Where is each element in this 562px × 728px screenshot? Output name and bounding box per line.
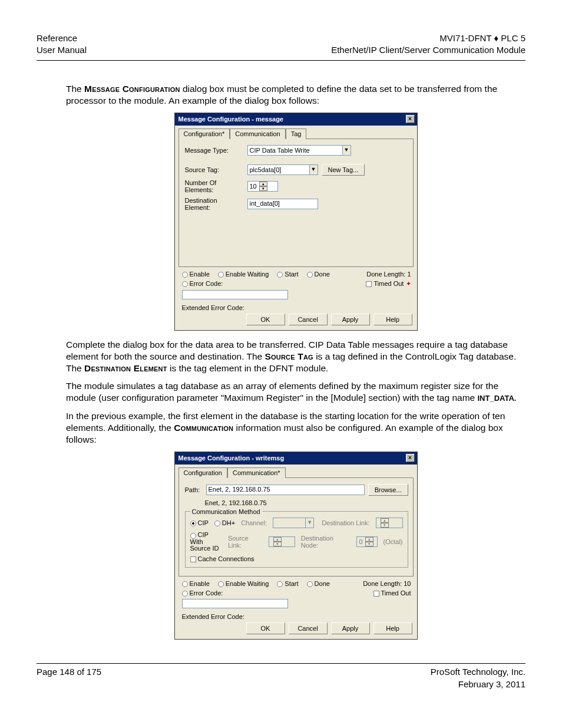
close-icon[interactable]: × (406, 115, 415, 123)
close-icon[interactable]: × (406, 454, 415, 462)
label-source-link: Source Link: (228, 535, 263, 549)
paragraph-2: Complete the dialog box for the data are… (66, 339, 525, 374)
help-button[interactable]: Help (373, 622, 412, 634)
label-destination-element: Destination Element: (185, 197, 244, 211)
checkbox-icon (190, 556, 196, 562)
cancel-button[interactable]: Cancel (289, 314, 328, 325)
page-footer: Page 148 of 175 ProSoft Technology, Inc.… (37, 663, 525, 690)
message-configuration-dialog-1: Message Configuration - message × Config… (174, 113, 418, 331)
dialog1-titlebar[interactable]: Message Configuration - message × (175, 113, 417, 126)
tab-communication[interactable]: Communication* (227, 467, 286, 478)
communication-term: Communication (174, 423, 233, 433)
radio-cip[interactable]: CIP (190, 519, 209, 526)
cache-connections-checkbox[interactable]: Cache Connections (190, 555, 254, 562)
dialog1-title: Message Configuration - message (178, 116, 284, 123)
path-input[interactable]: Enet, 2, 192.168.0.75 (206, 485, 365, 495)
radio-icon (182, 272, 188, 278)
radio-icon (277, 581, 283, 587)
message-type-select[interactable]: CIP Data Table Write▼ (247, 145, 351, 156)
dialog1-tabpane: Message Type: CIP Data Table Write▼ Sour… (178, 139, 414, 267)
tab-communication[interactable]: Communication (230, 129, 285, 139)
header-left-2: User Manual (37, 44, 87, 56)
extended-error-code-label: Extended Error Code: (175, 610, 417, 620)
label-num-elements: Number Of Elements: (185, 179, 244, 193)
new-tag-button[interactable]: New Tag... (322, 164, 365, 176)
radio-icon (218, 581, 224, 587)
header-right-2: EtherNet/IP Client/Server Communication … (331, 44, 525, 56)
status-enable: Enable (182, 580, 210, 587)
dialog2-tabstrip: Configuration Communication* (175, 465, 417, 477)
dialog2-tabpane: Path: Enet, 2, 192.168.0.75 Browse... En… (178, 477, 414, 577)
page-header: Reference User Manual MVI71-DFNT ♦ PLC 5… (37, 32, 525, 61)
footer-right-2: February 3, 2011 (431, 678, 525, 690)
source-link-spinner: ▴▾ (269, 536, 295, 547)
communication-method-group: Communication Method CIP DH+ Channel: ▼ … (185, 511, 408, 568)
help-button[interactable]: Help (373, 314, 412, 325)
radio-icon (307, 272, 313, 278)
label-octal: (Octal) (384, 538, 403, 545)
status-timed-out: Timed Out ✦ (366, 280, 411, 288)
done-length: Done Length: 1 (366, 271, 411, 278)
chevron-down-icon: ▼ (342, 146, 351, 155)
status-done: Done (307, 271, 330, 278)
dialog1-tabstrip: Configuration* Communication Tag (175, 126, 417, 139)
error-code-display (182, 599, 288, 608)
done-length: Done Length: 10 (363, 580, 411, 587)
label-source-tag: Source Tag: (185, 166, 244, 173)
radio-dhp[interactable]: DH+ (214, 519, 235, 526)
channel-select: ▼ (273, 518, 314, 528)
radio-icon (277, 272, 283, 278)
radio-icon (182, 591, 188, 597)
tab-tag[interactable]: Tag (286, 129, 307, 139)
ok-button[interactable]: OK (246, 622, 285, 634)
chevron-down-icon: ▼ (305, 518, 313, 528)
extended-error-code-label: Extended Error Code: (175, 301, 417, 311)
message-configuration-term: Message Configuration (84, 84, 180, 94)
spinner-buttons[interactable]: ▴▾ (259, 182, 267, 191)
label-message-type: Message Type: (185, 147, 244, 154)
header-right-1: MVI71-DFNT ♦ PLC 5 (331, 32, 525, 44)
footer-left: Page 148 of 175 (37, 666, 101, 690)
status-enable-waiting: Enable Waiting (218, 580, 269, 587)
radio-icon (190, 521, 196, 526)
tab-configuration[interactable]: Configuration (178, 467, 227, 478)
status-enable: Enable (182, 271, 210, 278)
radio-cip-with-source-id[interactable]: CIP With Source ID (190, 532, 222, 552)
radio-icon (182, 581, 188, 587)
label-path: Path: (185, 486, 203, 493)
destination-element-term: Destination Element (84, 363, 167, 373)
status-start: Start (277, 580, 298, 587)
apply-button[interactable]: Apply (331, 622, 370, 634)
destination-element-input[interactable]: int_data[0] (247, 199, 318, 209)
status-enable-waiting: Enable Waiting (218, 271, 269, 278)
status-error-code: Error Code: (182, 589, 223, 597)
radio-icon (218, 272, 224, 278)
cancel-button[interactable]: Cancel (289, 622, 328, 634)
status-done: Done (307, 580, 330, 587)
browse-button[interactable]: Browse... (368, 484, 408, 496)
error-code-display (182, 290, 288, 299)
radio-icon (307, 581, 313, 587)
status-error-code: Error Code: (182, 280, 223, 287)
paragraph-4: In the previous example, the first eleme… (66, 410, 525, 446)
chevron-down-icon: ▼ (309, 165, 318, 174)
header-left-1: Reference (37, 32, 87, 44)
radio-icon (214, 521, 220, 526)
path-echo: Enet, 2, 192.168.0.75 (185, 499, 408, 506)
status-start: Start (277, 271, 298, 278)
checkbox-icon (366, 281, 372, 287)
checkbox-icon (373, 591, 379, 597)
ok-button[interactable]: OK (246, 314, 285, 325)
dialog2-title: Message Configuration - writemsg (178, 454, 285, 462)
tab-configuration[interactable]: Configuration* (178, 129, 230, 139)
source-tag-term: Source Tag (265, 351, 313, 361)
dialog2-titlebar[interactable]: Message Configuration - writemsg × (175, 452, 417, 465)
apply-button[interactable]: Apply (331, 314, 370, 325)
label-dest-node: Destination Node: (301, 535, 351, 549)
dest-node-spinner: 0▴▾ (356, 536, 377, 547)
footer-right-1: ProSoft Technology, Inc. (431, 666, 525, 678)
message-configuration-dialog-2: Message Configuration - writemsg × Confi… (174, 452, 418, 640)
paragraph-3: The module simulates a tag database as a… (66, 380, 525, 404)
source-tag-select[interactable]: plc5data[0]▼ (247, 164, 318, 175)
num-elements-spinner[interactable]: 10 ▴▾ (247, 181, 278, 192)
